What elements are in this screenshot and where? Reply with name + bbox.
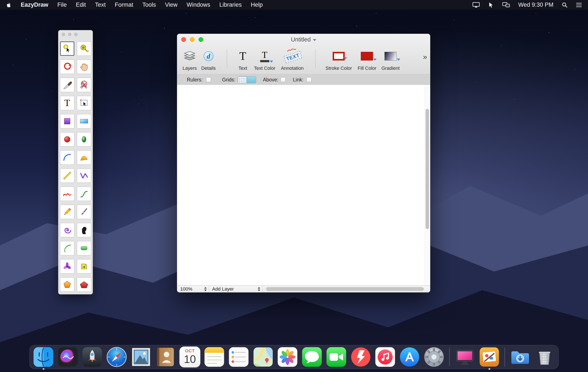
details-button[interactable]: d Details	[201, 47, 216, 71]
finder-dock-icon[interactable]	[33, 347, 54, 367]
text-color-chevron-icon[interactable]	[270, 61, 273, 63]
menu-windows[interactable]: Windows	[187, 1, 210, 8]
tool-scale[interactable]	[77, 42, 91, 56]
text-button[interactable]: T Text	[239, 47, 247, 71]
tool-ellipse[interactable]	[77, 132, 91, 147]
grid-pattern-button[interactable]	[238, 76, 247, 83]
news-dock-icon[interactable]	[350, 347, 371, 367]
photos-dock-icon[interactable]	[277, 347, 298, 367]
tool-knife[interactable]	[60, 78, 74, 92]
notes-dock-icon[interactable]	[204, 347, 225, 367]
notification-center-icon[interactable]	[576, 2, 582, 8]
tool-wedge[interactable]	[77, 150, 91, 165]
tool-pencil[interactable]	[60, 205, 74, 219]
tool-pan[interactable]	[77, 60, 91, 74]
displays-status-icon[interactable]	[502, 2, 510, 8]
tool-arc[interactable]	[60, 150, 74, 165]
gradient-chevron-icon[interactable]	[397, 59, 400, 61]
tool-polygon[interactable]	[77, 277, 91, 292]
fill-color-chevron-icon[interactable]	[373, 59, 377, 61]
display-dock-icon[interactable]	[454, 347, 475, 367]
gradient-well[interactable]	[385, 52, 397, 61]
gradient-button[interactable]: Gradient	[381, 47, 400, 71]
contacts-dock-icon[interactable]	[155, 347, 176, 367]
menu-help[interactable]: Help	[251, 1, 263, 8]
zoom-control[interactable]: 100%	[177, 286, 209, 292]
palette-titlebar[interactable]	[62, 33, 78, 36]
annotation-button[interactable]: TEXT Annotation	[281, 47, 304, 71]
rulers-checkbox[interactable]	[206, 77, 211, 82]
tool-freehand[interactable]	[60, 187, 74, 201]
above-checkbox[interactable]	[281, 77, 285, 82]
add-layer-stepper[interactable]	[258, 287, 260, 291]
layers-button[interactable]: Layers	[183, 47, 197, 71]
tool-circle[interactable]	[60, 132, 74, 147]
tool-spiral[interactable]	[60, 223, 74, 237]
grid-color-button[interactable]	[247, 76, 256, 83]
menu-libraries[interactable]: Libraries	[219, 1, 242, 8]
tool-pinwheel[interactable]	[60, 259, 74, 274]
stroke-color-chevron-icon[interactable]	[344, 57, 347, 59]
tool-rotate[interactable]	[60, 60, 74, 74]
pointer-status-icon[interactable]	[488, 2, 494, 8]
fill-color-button[interactable]: Fill Color	[358, 47, 377, 71]
horizontal-scrollbar[interactable]	[263, 287, 424, 291]
close-button[interactable]	[181, 37, 186, 42]
menu-view[interactable]: View	[165, 1, 178, 8]
tool-pentagon[interactable]	[60, 277, 74, 292]
zoom-stepper[interactable]	[204, 287, 207, 291]
tool-bezier[interactable]	[60, 241, 74, 255]
palette-zoom-button[interactable]	[74, 33, 78, 36]
add-layer-control[interactable]: Add Layer	[209, 286, 263, 292]
text-color-button[interactable]: T Text Color	[254, 47, 275, 71]
tool-fold-arrow[interactable]	[77, 259, 91, 274]
link-checkbox[interactable]	[306, 77, 312, 82]
apple-menu-icon[interactable]	[6, 2, 12, 8]
mail-dock-icon[interactable]	[131, 347, 152, 367]
vertical-scrollbar[interactable]	[424, 85, 430, 286]
messages-dock-icon[interactable]	[302, 347, 323, 367]
safari-dock-icon[interactable]	[106, 347, 127, 367]
menu-text[interactable]: Text	[95, 1, 106, 8]
fullscreen-button[interactable]	[199, 37, 203, 42]
window-titlebar[interactable]: Untitled	[177, 34, 430, 45]
tool-square[interactable]	[60, 114, 74, 128]
maps-dock-icon[interactable]	[253, 347, 274, 367]
tool-curve[interactable]	[77, 187, 91, 201]
minimize-button[interactable]	[190, 37, 195, 42]
menu-tools[interactable]: Tools	[142, 1, 156, 8]
music-dock-icon[interactable]	[375, 347, 396, 367]
tool-rectangle[interactable]	[77, 114, 91, 128]
menu-app-name[interactable]: EazyDraw	[21, 1, 48, 8]
tool-rounded-rectangle[interactable]	[77, 241, 91, 255]
palette-close-button[interactable]	[62, 33, 65, 36]
eazydraw-dock-icon[interactable]	[479, 347, 500, 367]
menu-file[interactable]: File	[57, 1, 67, 8]
spotlight-icon[interactable]	[562, 2, 568, 8]
tool-detach[interactable]	[77, 78, 91, 92]
launchpad-dock-icon[interactable]	[82, 347, 103, 367]
siri-dock-icon[interactable]	[57, 347, 78, 367]
screen-mirroring-icon[interactable]	[472, 2, 480, 8]
downloads-dock-icon[interactable]	[510, 347, 531, 367]
trash-dock-icon[interactable]	[534, 347, 555, 367]
fill-color-well[interactable]	[361, 52, 373, 61]
tool-polyline[interactable]	[77, 169, 91, 183]
tool-text-box[interactable]	[77, 96, 91, 110]
window-title[interactable]: Untitled	[291, 36, 316, 43]
toolbar-overflow-button[interactable]: »	[423, 53, 427, 61]
vertical-scrollbar-thumb[interactable]	[426, 109, 429, 229]
menubar-clock[interactable]: Wed 9:30 PM	[518, 1, 553, 8]
stroke-color-well[interactable]	[333, 52, 345, 61]
calendar-dock-icon[interactable]: OCT 10	[179, 347, 200, 367]
app-store-dock-icon[interactable]	[399, 347, 420, 367]
system-preferences-dock-icon[interactable]	[424, 347, 445, 367]
facetime-dock-icon[interactable]	[326, 347, 347, 367]
tool-line[interactable]	[60, 169, 74, 183]
tool-brush[interactable]	[77, 205, 91, 219]
menu-format[interactable]: Format	[115, 1, 133, 8]
tool-text[interactable]: T	[60, 96, 74, 110]
drawing-canvas[interactable]	[177, 85, 424, 286]
reminders-dock-icon[interactable]	[228, 347, 249, 367]
tool-silhouette[interactable]	[77, 223, 91, 237]
